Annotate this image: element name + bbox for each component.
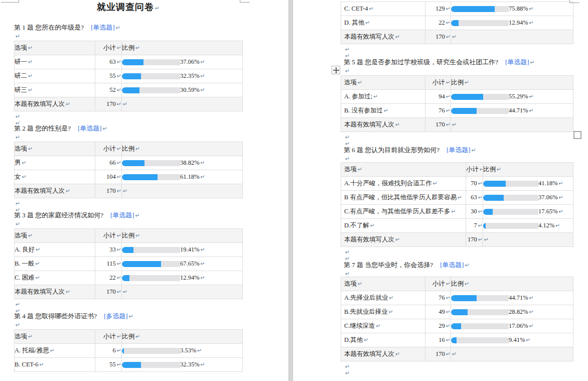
- footer-count: 170: [468, 236, 477, 243]
- paragraph-mark: ↵: [478, 222, 483, 229]
- count-cell: 70↵: [466, 177, 483, 191]
- column-header-label: 小计: [432, 280, 445, 287]
- footer-empty-cell: ↵: [451, 347, 573, 361]
- footer-count-cell: 170↵: [425, 30, 451, 44]
- percent-bar-fill: [451, 20, 459, 26]
- footer-empty-cell: ↵: [451, 30, 573, 44]
- percent-bar-line: 44.71%↵: [451, 294, 573, 302]
- empty-paragraph: ↵: [15, 220, 20, 226]
- ratio-cell: 37.06%↵: [483, 191, 573, 205]
- paragraph-mark: ↵: [117, 289, 121, 295]
- paragraph-mark: ↵: [201, 261, 205, 267]
- percent-bar-fill: [122, 73, 141, 79]
- question-3-table: 选项↵小计↵比例↵A. 良好↵33↵19.41%↵B. 一般↵115↵67.65…: [14, 228, 243, 299]
- paragraph-mark: ↵: [478, 180, 483, 187]
- count-cell: 55↵: [95, 358, 122, 372]
- empty-paragraph: ↵: [344, 369, 350, 375]
- count-cell: 66↵: [95, 156, 122, 170]
- paragraph-mark: ↵: [358, 166, 362, 173]
- percent-bar-fill: [483, 223, 486, 229]
- question-text: 第 7 题 当您毕业时，你会选择?: [344, 261, 433, 269]
- count-value: 16: [438, 336, 445, 343]
- percent-bar-fill: [122, 174, 158, 180]
- column-header: 选项↵: [341, 163, 466, 177]
- option-label: A. 托福/雅思: [15, 347, 49, 354]
- paragraph-mark: ↵: [39, 361, 44, 368]
- ratio-cell: 3.53%↵: [122, 344, 243, 358]
- paragraph-mark: ↵: [384, 107, 388, 114]
- percent-bar: [122, 261, 180, 267]
- count-value: 22: [438, 19, 445, 26]
- paragraph-mark: ↵: [345, 68, 350, 74]
- percent-value: 30.59%: [180, 86, 200, 94]
- percent-value: 38.82%: [180, 159, 200, 167]
- table-resize-handle[interactable]: [573, 131, 581, 139]
- footer-count: 170: [106, 187, 116, 194]
- option-label: A.先择业后就业: [344, 294, 388, 301]
- footer-label-cell: 本题有效填写人次↵: [341, 118, 425, 132]
- percent-bar: [483, 223, 538, 229]
- percent-value: 19.41%: [180, 246, 200, 253]
- question-type-tag: [单选题]: [447, 146, 471, 154]
- paragraph-mark: ↵: [529, 323, 534, 329]
- percent-value: 32.35%: [180, 72, 200, 80]
- percent-bar: [451, 6, 509, 12]
- count-value: 63: [109, 58, 116, 65]
- footer-count-cell: 170↵: [466, 233, 483, 247]
- page-gutter: [288, 0, 293, 381]
- footer-empty-cell: ↵: [122, 97, 243, 111]
- count-cell: 76↵: [425, 104, 451, 118]
- paragraph-mark: ↵: [103, 125, 107, 132]
- count-value: 49: [438, 308, 445, 315]
- paragraph-mark: ↵: [369, 6, 373, 12]
- ratio-cell: 9.41%↵: [451, 333, 573, 347]
- count-cell: 16↵: [425, 333, 451, 347]
- question-heading: 第 4 题 您取得哪些外语证书?[多选题]↵: [14, 312, 133, 320]
- footer-label-cell: 本题有效填写人次↵: [341, 30, 425, 44]
- paragraph-mark: ↵: [117, 232, 121, 239]
- column-header: 选项↵: [341, 277, 425, 291]
- paragraph-mark: ↵: [458, 194, 462, 201]
- option-label: B. 没有参加过: [344, 107, 383, 114]
- count-cell: 129↵: [425, 2, 451, 16]
- option-label-cell: 女↵: [15, 170, 95, 184]
- question-text: 第 3 题 您的家庭经济情况如何?: [14, 211, 103, 219]
- table-row: 女↵104↵61.18%↵: [15, 170, 243, 184]
- ratio-cell: 67.65%↵: [122, 257, 243, 271]
- percent-value: 37.06%: [538, 194, 558, 201]
- percent-value: 75.88%: [509, 5, 528, 13]
- paragraph-mark: ↵: [478, 194, 483, 201]
- empty-paragraph: ↵: [344, 45, 350, 52]
- footer-label-cell: 本题有效填写人次↵: [341, 347, 425, 361]
- footer-label-cell: 本题有效填写人次↵: [15, 184, 95, 198]
- word-document-canvas: { "marks": { "paragraph_mark": "↵" }, "c…: [0, 0, 588, 381]
- column-header-label: 比例: [451, 280, 464, 287]
- document-page-left: 就业调查问卷↵ 第 1 题 您所在的年级是?[单选题]↵↵选项↵小计↵比例↵研一…: [0, 0, 288, 381]
- percent-bar-line: 32.35%↵: [122, 361, 242, 368]
- column-header: 选项↵: [15, 41, 95, 55]
- paragraph-mark: ↵: [529, 295, 534, 301]
- column-header-label: 小计: [103, 232, 116, 239]
- empty-paragraph: ↵: [344, 52, 350, 58]
- ratio-cell: 12.94%↵: [451, 16, 573, 30]
- option-label-cell: B. 一般↵: [15, 257, 95, 271]
- ratio-cell: 75.88%↵: [451, 2, 573, 16]
- column-header-label: 比例: [122, 44, 134, 51]
- empty-paragraph: ↵: [15, 321, 20, 327]
- percent-bar-line: 44.71%↵: [451, 107, 573, 114]
- empty-paragraph: ↵: [344, 155, 350, 161]
- paragraph-mark: ↵: [16, 221, 20, 227]
- clipped-handle-mark-top-right: [569, 0, 579, 3]
- paragraph-mark: ↵: [135, 212, 140, 219]
- footer-empty-cell: ↵: [122, 184, 243, 198]
- question-type-tag: [多选题]: [104, 312, 128, 320]
- question-text: 第 4 题 您取得哪些外语证书?: [14, 312, 97, 320]
- ratio-cell: 19.41%↵: [122, 243, 243, 257]
- column-header-label: 比例: [122, 333, 134, 340]
- four-way-arrow-icon: [333, 67, 339, 73]
- empty-paragraph: ↵: [344, 248, 350, 255]
- ratio-cell: 37.06%↵: [122, 55, 243, 69]
- table-row: 研三↵52↵30.59%↵: [15, 83, 243, 97]
- clipped-handle-mark-top-middle: [240, 0, 250, 3]
- table-move-handle[interactable]: [332, 66, 340, 74]
